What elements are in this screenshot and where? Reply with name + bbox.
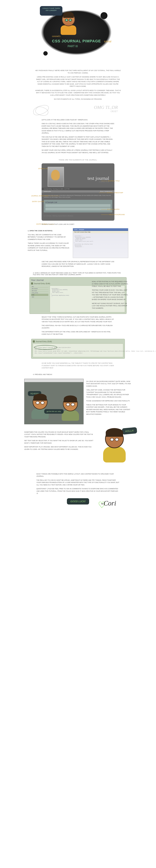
bottom-text: SOMETIMES THE COLORS YOU PICKED IN YOUR … <box>24 430 93 452</box>
step-1-text: 1. OPEN THE CODE IN NOTEPAD. YOU WILL SE… <box>28 228 69 253</box>
callout-tablebg: TABLE BACKGROUND <box>101 214 125 215</box>
mock-title: test journal <box>87 176 109 181</box>
mock-row <box>45 204 111 207</box>
elements-label: THESE ARE THE ELEMENTS OF THE JOURNAL: <box>42 159 114 161</box>
step-2-title: 2. SAVE A VERSION OF YOUR TWEAKED CODE A… <box>33 272 123 276</box>
speech-holla: HOLLA! <box>122 427 137 435</box>
journal-mockup: JOURNAL HEADER JOURNAL TITLE JOURNAL TIM… <box>42 163 114 221</box>
editor-sidebar: title: title header title footer Entry (… <box>31 286 48 312</box>
speech-link: get the link out. srsly. <box>44 409 64 414</box>
pencil-icon <box>31 282 33 284</box>
final-text: MANY THINGS ARE POSSIBLE WITH THIS SIMPL… <box>36 473 120 495</box>
journal-editor-screenshot: Your Journal Journal Entry (Edit) title:… <box>30 277 126 314</box>
intro-block: HEY PAESANOS! FINALLY WE'RE HERE FOR THE… <box>35 69 121 100</box>
pencil-icon <box>33 340 35 342</box>
step-2-sidebar-text: NOW, AFTER PASTING IN THE REQUIRED HTML … <box>92 279 128 311</box>
character-left <box>30 395 50 419</box>
callout-timestamp: JOURNAL TIMESTAMP <box>99 192 123 193</box>
mock-row <box>45 208 111 210</box>
signature: -Cori <box>101 499 116 507</box>
circled-annotation <box>34 345 57 350</box>
intro-p2: USING PRE-EXISTING CODE IS REALLY JUST A… <box>35 76 121 88</box>
mock-thumbnail <box>48 167 64 187</box>
character-holla: HOLLA! <box>97 430 132 468</box>
html-entry-screenshot: Journal Entry (Edit) <div class="ghost">… <box>31 339 125 359</box>
body-block-1: LET'S LOOK AT THE INCLUDED CODE FILES BY… <box>42 119 114 154</box>
intro-p3: HOWEVER, THERE IS AN ESSENTIAL STEP ALL … <box>35 89 121 96</box>
mock-table: A Sample List <box>44 200 112 213</box>
signature-row: GOOD LUCK! ♡ -Cori <box>36 498 120 512</box>
character-coronet <box>59 13 78 36</box>
step-4-text: OH CRAP, MY BACKGROUND DOESN'T QUITE WOR… <box>86 379 132 417</box>
step-4-title: 4. PREVIEW, AND TWEAK! <box>33 374 123 375</box>
mock-timestamp: Journal Entry: Tue Aug 14, 2007, 4:27 PM <box>42 188 114 190</box>
step-3-text: SELECT THE "HTML" FORM IN NOTEPAD, CUT A… <box>42 316 114 336</box>
intro-p4: SO FOR STUDENTS OF ALL TYPES, I'M SHOWIN… <box>35 98 121 100</box>
callout-entrytable: ENTRY TABLE <box>36 223 54 225</box>
tutorial-title: coronet's CSS JOURNAL PIMPAGE PART III t… <box>52 35 101 49</box>
good-luck-bubble: GOOD LUCK! <box>67 498 89 504</box>
callout-subheader: JOURNAL SUBHEADER <box>31 195 60 197</box>
intro-p1: HEY PAESANOS! FINALLY WE'RE HERE FOR THE… <box>35 69 121 74</box>
tldr-scribble: OMG TL;DR OKAY? <box>33 104 123 116</box>
notepad-screenshot: cssex - Notepad File Edit Format View He… <box>73 228 128 258</box>
character-right <box>61 396 80 421</box>
callout-entry: JOURNAL ENTRY <box>101 209 120 210</box>
callout-ghosts: ENTRY GHOSTS <box>32 201 45 203</box>
preview-screenshot: SQUEEE! get the link out. srsly. <box>24 379 83 424</box>
hero-header: COULD IT HAVE TAKEN ANY LONGER? coronet'… <box>0 0 156 66</box>
